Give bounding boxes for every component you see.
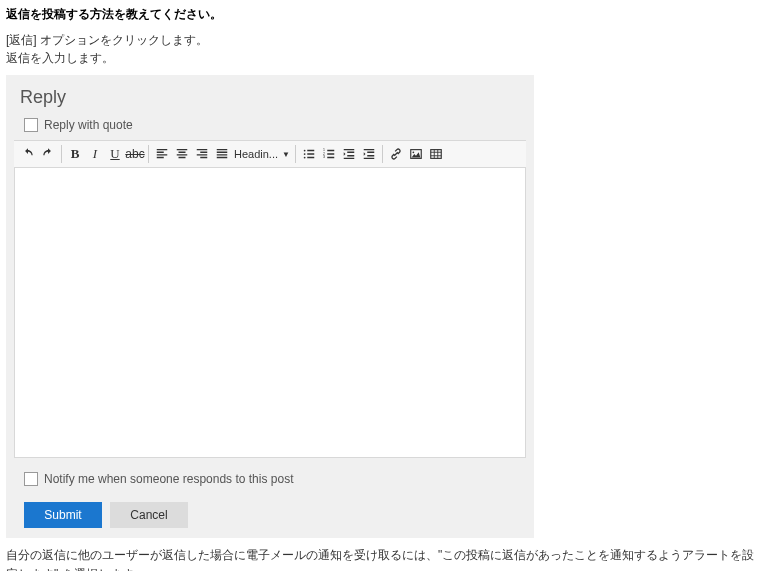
list-ul-icon[interactable]	[299, 143, 319, 165]
svg-rect-8	[431, 150, 442, 159]
notify-label: Notify me when someone responds to this …	[44, 472, 293, 486]
step-2: 返信を入力します。	[6, 49, 763, 67]
table-icon[interactable]	[426, 143, 446, 165]
svg-point-7	[412, 151, 414, 153]
underline-button[interactable]: U	[105, 143, 125, 165]
reply-title: Reply	[20, 87, 520, 108]
chevron-down-icon: ▼	[282, 150, 290, 159]
align-center-icon[interactable]	[172, 143, 192, 165]
italic-button[interactable]: I	[85, 143, 105, 165]
svg-point-0	[304, 150, 306, 152]
heading-dropdown[interactable]: Headin... ▼	[232, 148, 292, 160]
editor-toolbar: B I U abc Headin... ▼ 123	[14, 140, 526, 168]
align-right-icon[interactable]	[192, 143, 212, 165]
align-justify-icon[interactable]	[212, 143, 232, 165]
indent-icon[interactable]	[359, 143, 379, 165]
notify-checkbox[interactable]	[24, 472, 38, 486]
svg-point-1	[304, 153, 306, 155]
separator	[61, 145, 62, 163]
svg-text:3: 3	[323, 155, 325, 159]
submit-button[interactable]: Submit	[24, 502, 102, 528]
reply-with-quote-checkbox[interactable]	[24, 118, 38, 132]
step-1: [返信] オプションをクリックします。	[6, 31, 763, 49]
align-left-icon[interactable]	[152, 143, 172, 165]
reply-with-quote-label: Reply with quote	[44, 118, 133, 132]
cancel-button[interactable]: Cancel	[110, 502, 188, 528]
instruction-notify: 自分の返信に他のユーザーが返信した場合に電子メールの通知を受け取るには、"この投…	[6, 546, 763, 571]
doc-heading: 返信を投稿する方法を教えてください。	[6, 6, 763, 23]
bold-button[interactable]: B	[65, 143, 85, 165]
reply-textarea[interactable]	[14, 168, 526, 458]
strikethrough-button[interactable]: abc	[125, 143, 145, 165]
undo-icon[interactable]	[18, 143, 38, 165]
redo-icon[interactable]	[38, 143, 58, 165]
svg-point-2	[304, 157, 306, 159]
separator	[148, 145, 149, 163]
outdent-icon[interactable]	[339, 143, 359, 165]
link-icon[interactable]	[386, 143, 406, 165]
image-icon[interactable]	[406, 143, 426, 165]
notify-row[interactable]: Notify me when someone responds to this …	[6, 458, 534, 492]
reply-with-quote-row[interactable]: Reply with quote	[6, 114, 534, 140]
reply-panel: Reply Reply with quote B I U abc Headi	[6, 75, 534, 538]
heading-dropdown-label: Headin...	[234, 148, 278, 160]
separator	[382, 145, 383, 163]
separator	[295, 145, 296, 163]
list-ol-icon[interactable]: 123	[319, 143, 339, 165]
